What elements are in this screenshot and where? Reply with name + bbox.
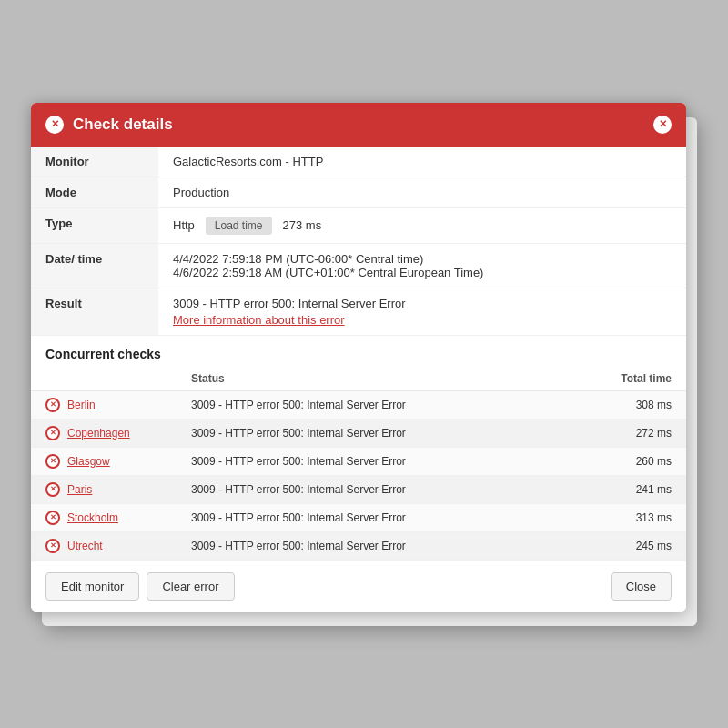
total-time-cell: 313 ms bbox=[561, 503, 686, 531]
result-row: Result 3009 - HTTP error 500: Internal S… bbox=[31, 288, 686, 335]
table-row: Copenhagen 3009 - HTTP error 500: Intern… bbox=[31, 419, 686, 447]
result-value-cell: 3009 - HTTP error 500: Internal Server E… bbox=[158, 288, 686, 335]
table-row: Utrecht 3009 - HTTP error 500: Internal … bbox=[31, 531, 686, 560]
city-link[interactable]: Berlin bbox=[67, 399, 96, 411]
city-link[interactable]: Utrecht bbox=[67, 540, 103, 552]
error-icon bbox=[46, 116, 64, 134]
load-time-value: 273 ms bbox=[283, 218, 322, 232]
error-dot-icon bbox=[46, 511, 60, 525]
footer-left-buttons: Edit monitor Clear error bbox=[46, 572, 235, 601]
dialog-title: Check details bbox=[73, 116, 644, 134]
concurrent-checks-title: Concurrent checks bbox=[31, 336, 686, 367]
result-label: Result bbox=[31, 288, 158, 335]
total-time-cell: 272 ms bbox=[561, 419, 686, 447]
datetime-value: 4/4/2022 7:59:18 PM (UTC-06:00* Central … bbox=[158, 243, 686, 288]
info-table: Monitor GalacticResorts.com - HTTP Mode … bbox=[31, 147, 686, 336]
datetime-row: Date/ time 4/4/2022 7:59:18 PM (UTC-06:0… bbox=[31, 243, 686, 288]
mode-label: Mode bbox=[31, 177, 158, 207]
city-cell: Stockholm bbox=[31, 503, 177, 531]
table-row: Stockholm 3009 - HTTP error 500: Interna… bbox=[31, 503, 686, 531]
status-cell: 3009 - HTTP error 500: Internal Server E… bbox=[177, 419, 561, 447]
monitor-label: Monitor bbox=[31, 147, 158, 177]
status-cell: 3009 - HTTP error 500: Internal Server E… bbox=[177, 390, 561, 419]
error-dot-icon bbox=[46, 398, 60, 412]
concurrent-checks-table: Status Total time Berlin 3009 - HTTP err… bbox=[31, 367, 686, 561]
table-header-row: Status Total time bbox=[31, 367, 686, 391]
type-value-cell: Http Load time 273 ms bbox=[158, 207, 686, 243]
city-link[interactable]: Copenhagen bbox=[67, 427, 130, 440]
status-cell: 3009 - HTTP error 500: Internal Server E… bbox=[177, 531, 561, 560]
dialog-header: Check details bbox=[31, 103, 686, 147]
error-dot-icon bbox=[46, 426, 60, 440]
city-cell: Utrecht bbox=[31, 531, 177, 560]
city-cell: Berlin bbox=[31, 390, 177, 419]
check-details-dialog: Check details Monitor GalacticResorts.co… bbox=[31, 103, 686, 612]
city-cell: Copenhagen bbox=[31, 419, 177, 447]
total-time-cell: 245 ms bbox=[561, 531, 686, 560]
mode-row: Mode Production bbox=[31, 177, 686, 207]
error-info-link[interactable]: More information about this error bbox=[173, 313, 672, 327]
status-cell: 3009 - HTTP error 500: Internal Server E… bbox=[177, 475, 561, 503]
city-link[interactable]: Paris bbox=[67, 483, 92, 496]
city-link[interactable]: Glasgow bbox=[67, 455, 110, 468]
city-cell: Paris bbox=[31, 475, 177, 503]
col-total-time: Total time bbox=[561, 367, 686, 391]
col-city bbox=[31, 367, 177, 391]
result-value: 3009 - HTTP error 500: Internal Server E… bbox=[173, 297, 406, 310]
error-dot-icon bbox=[46, 539, 60, 553]
total-time-cell: 308 ms bbox=[561, 390, 686, 419]
table-row: Berlin 3009 - HTTP error 500: Internal S… bbox=[31, 390, 686, 419]
type-value: Http bbox=[173, 218, 195, 232]
edit-monitor-button[interactable]: Edit monitor bbox=[46, 572, 139, 601]
mode-value: Production bbox=[158, 177, 686, 207]
city-link[interactable]: Stockholm bbox=[67, 511, 118, 524]
close-icon[interactable] bbox=[653, 116, 672, 134]
table-row: Paris 3009 - HTTP error 500: Internal Se… bbox=[31, 475, 686, 503]
monitor-value: GalacticResorts.com - HTTP bbox=[158, 147, 686, 177]
total-time-cell: 260 ms bbox=[561, 447, 686, 475]
datetime-label: Date/ time bbox=[31, 243, 158, 288]
table-row: Glasgow 3009 - HTTP error 500: Internal … bbox=[31, 447, 686, 475]
monitor-row: Monitor GalacticResorts.com - HTTP bbox=[31, 147, 686, 177]
status-cell: 3009 - HTTP error 500: Internal Server E… bbox=[177, 503, 561, 531]
error-dot-icon bbox=[46, 454, 60, 469]
close-button[interactable]: Close bbox=[611, 572, 672, 601]
load-time-badge: Load time bbox=[206, 217, 272, 235]
city-cell: Glasgow bbox=[31, 447, 177, 475]
type-label: Type bbox=[31, 207, 158, 243]
dialog-footer: Edit monitor Clear error Close bbox=[31, 561, 686, 612]
clear-error-button[interactable]: Clear error bbox=[147, 572, 234, 601]
total-time-cell: 241 ms bbox=[561, 475, 686, 503]
col-status: Status bbox=[177, 367, 561, 391]
error-dot-icon bbox=[46, 482, 60, 497]
status-cell: 3009 - HTTP error 500: Internal Server E… bbox=[177, 447, 561, 475]
type-row: Type Http Load time 273 ms bbox=[31, 207, 686, 243]
